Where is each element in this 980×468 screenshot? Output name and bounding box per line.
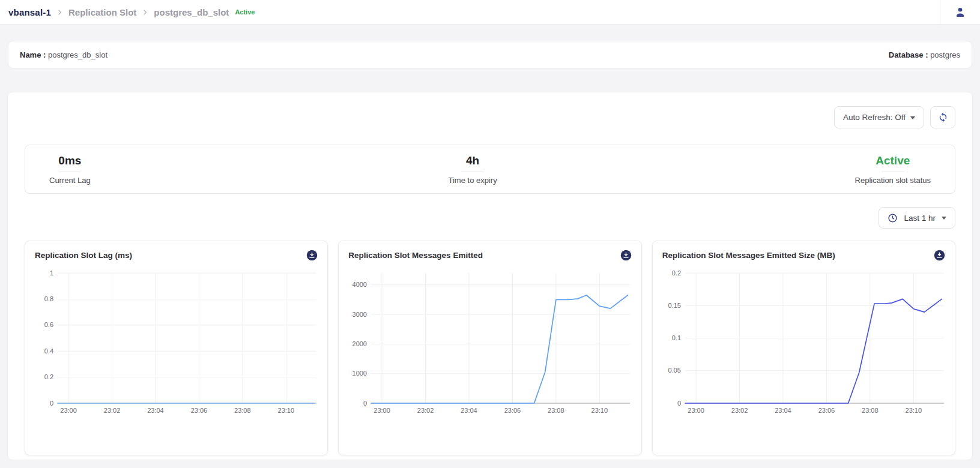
status-badge: Active xyxy=(235,8,255,16)
svg-text:23:08: 23:08 xyxy=(548,407,564,414)
slot-database-field: Database : postgres xyxy=(889,50,960,59)
svg-text:0: 0 xyxy=(677,400,681,407)
chart-title: Replication Slot Messages Emitted xyxy=(348,251,483,260)
svg-text:23:00: 23:00 xyxy=(374,407,391,414)
svg-text:23:00: 23:00 xyxy=(688,407,704,414)
charts-row: Replication Slot Lag (ms) 23:0023:0223:0… xyxy=(25,241,955,455)
chart-header: Replication Slot Messages Emitted Size (… xyxy=(653,241,955,263)
svg-text:23:04: 23:04 xyxy=(147,407,164,414)
time-range-label: Last 1 hr xyxy=(904,214,936,223)
svg-text:23:08: 23:08 xyxy=(234,407,251,414)
breadcrumb-slot-name: postgres_db_slot xyxy=(154,7,229,17)
chart-header: Replication Slot Messages Emitted xyxy=(339,241,641,263)
download-chart-icon[interactable] xyxy=(306,250,318,261)
svg-text:23:02: 23:02 xyxy=(731,407,748,414)
line-chart-messages-emitted-size[interactable]: 23:0023:0223:0423:0623:0823:1000.050.10.… xyxy=(659,266,949,419)
svg-text:23:10: 23:10 xyxy=(591,407,608,414)
name-label: Name : xyxy=(20,50,46,59)
svg-text:0: 0 xyxy=(50,400,53,407)
svg-text:4000: 4000 xyxy=(352,281,367,288)
line-chart-messages-emitted[interactable]: 23:0023:0223:0423:0623:0823:100100020003… xyxy=(345,266,635,419)
time-range-toolbar: Last 1 hr xyxy=(25,207,955,229)
svg-text:1000: 1000 xyxy=(352,370,367,377)
breadcrumb-universe[interactable]: vbansal-1 xyxy=(8,7,51,17)
top-bar-right xyxy=(940,0,980,24)
svg-text:23:10: 23:10 xyxy=(278,407,295,414)
stat-current-lag: 0ms Current Lag xyxy=(49,154,91,185)
slot-name-field: Name : postgres_db_slot xyxy=(20,50,107,59)
stat-slot-status: Active Replication slot status xyxy=(855,154,931,185)
svg-text:0.15: 0.15 xyxy=(668,302,680,309)
user-menu-button[interactable] xyxy=(940,6,980,18)
svg-text:0.6: 0.6 xyxy=(44,321,53,328)
stats-summary-card: 0ms Current Lag 4h Time to expiry Active… xyxy=(25,145,955,194)
divider xyxy=(461,172,484,172)
svg-text:23:02: 23:02 xyxy=(104,407,121,414)
chart-card-messages-emitted: Replication Slot Messages Emitted 23:002… xyxy=(338,241,641,455)
stat-time-to-expiry: 4h Time to expiry xyxy=(449,154,497,185)
stat-value: 0ms xyxy=(58,154,81,167)
svg-text:0.05: 0.05 xyxy=(668,367,680,374)
svg-text:2000: 2000 xyxy=(352,340,367,347)
chevron-right-icon xyxy=(142,9,148,16)
svg-text:0: 0 xyxy=(363,400,367,407)
svg-text:23:02: 23:02 xyxy=(417,407,434,414)
chart-card-messages-emitted-size: Replication Slot Messages Emitted Size (… xyxy=(652,241,955,455)
stat-value: Active xyxy=(876,154,910,167)
svg-text:23:06: 23:06 xyxy=(504,407,521,414)
line-chart-replication-slot-lag[interactable]: 23:0023:0223:0423:0623:0823:1000.20.40.6… xyxy=(31,266,321,419)
download-chart-icon[interactable] xyxy=(620,250,632,261)
chart-title: Replication Slot Lag (ms) xyxy=(35,251,132,260)
svg-text:0.2: 0.2 xyxy=(671,269,680,277)
refresh-button[interactable] xyxy=(930,106,955,128)
chevron-down-icon xyxy=(910,116,915,119)
divider xyxy=(58,172,81,172)
svg-text:23:06: 23:06 xyxy=(191,407,208,414)
svg-text:3000: 3000 xyxy=(352,311,367,318)
name-value: postgres_db_slot xyxy=(48,50,107,59)
svg-text:23:04: 23:04 xyxy=(775,407,791,414)
svg-text:0.1: 0.1 xyxy=(671,334,680,341)
stat-label: Replication slot status xyxy=(855,176,931,185)
chart-card-replication-slot-lag: Replication Slot Lag (ms) 23:0023:0223:0… xyxy=(25,241,328,455)
database-value: postgres xyxy=(930,50,960,59)
stat-value: 4h xyxy=(466,154,479,167)
database-label: Database : xyxy=(889,50,928,59)
slot-info-bar: Name : postgres_db_slot Database : postg… xyxy=(8,41,972,68)
svg-text:0.8: 0.8 xyxy=(44,295,53,302)
metrics-panel: Auto Refresh: Off 0ms Current Lag 4h Tim… xyxy=(8,92,972,460)
clock-icon xyxy=(888,213,898,223)
chevron-down-icon xyxy=(942,217,946,220)
top-bar: vbansal-1 Replication Slot postgres_db_s… xyxy=(0,0,980,25)
svg-text:23:10: 23:10 xyxy=(905,407,922,414)
download-chart-icon[interactable] xyxy=(934,250,945,261)
svg-text:23:00: 23:00 xyxy=(60,407,77,414)
breadcrumb: vbansal-1 Replication Slot postgres_db_s… xyxy=(8,7,255,17)
divider xyxy=(882,172,904,172)
chart-header: Replication Slot Lag (ms) xyxy=(25,241,327,263)
breadcrumb-section[interactable]: Replication Slot xyxy=(68,7,136,17)
svg-text:23:08: 23:08 xyxy=(862,407,879,414)
refresh-toolbar: Auto Refresh: Off xyxy=(25,106,955,128)
chart-title: Replication Slot Messages Emitted Size (… xyxy=(662,251,835,260)
auto-refresh-dropdown[interactable]: Auto Refresh: Off xyxy=(834,106,924,128)
stat-label: Current Lag xyxy=(49,176,91,185)
svg-text:23:04: 23:04 xyxy=(461,407,478,414)
svg-text:0.4: 0.4 xyxy=(44,347,53,355)
user-icon xyxy=(954,6,966,18)
svg-text:1: 1 xyxy=(50,269,53,277)
svg-text:0.2: 0.2 xyxy=(44,373,53,380)
refresh-icon xyxy=(938,112,948,122)
svg-text:23:06: 23:06 xyxy=(818,407,835,414)
chevron-right-icon xyxy=(56,9,63,16)
stat-label: Time to expiry xyxy=(449,176,497,185)
auto-refresh-label: Auto Refresh: Off xyxy=(843,113,906,122)
time-range-dropdown[interactable]: Last 1 hr xyxy=(879,207,955,229)
